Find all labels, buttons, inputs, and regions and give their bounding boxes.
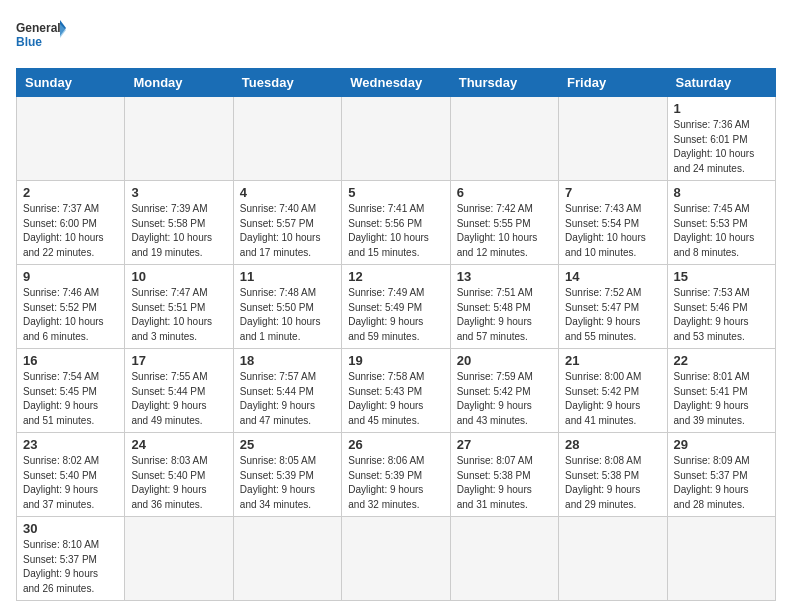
calendar-cell: 13Sunrise: 7:51 AM Sunset: 5:48 PM Dayli… — [450, 265, 558, 349]
day-number: 14 — [565, 269, 660, 284]
day-info: Sunrise: 7:47 AM Sunset: 5:51 PM Dayligh… — [131, 286, 226, 344]
calendar-cell: 2Sunrise: 7:37 AM Sunset: 6:00 PM Daylig… — [17, 181, 125, 265]
day-info: Sunrise: 7:40 AM Sunset: 5:57 PM Dayligh… — [240, 202, 335, 260]
calendar-cell: 28Sunrise: 8:08 AM Sunset: 5:38 PM Dayli… — [559, 433, 667, 517]
calendar-cell: 12Sunrise: 7:49 AM Sunset: 5:49 PM Dayli… — [342, 265, 450, 349]
svg-text:Blue: Blue — [16, 35, 42, 49]
day-number: 3 — [131, 185, 226, 200]
day-number: 20 — [457, 353, 552, 368]
day-info: Sunrise: 7:41 AM Sunset: 5:56 PM Dayligh… — [348, 202, 443, 260]
day-info: Sunrise: 7:55 AM Sunset: 5:44 PM Dayligh… — [131, 370, 226, 428]
calendar-cell: 7Sunrise: 7:43 AM Sunset: 5:54 PM Daylig… — [559, 181, 667, 265]
calendar-cell: 19Sunrise: 7:58 AM Sunset: 5:43 PM Dayli… — [342, 349, 450, 433]
calendar-week-6: 30Sunrise: 8:10 AM Sunset: 5:37 PM Dayli… — [17, 517, 776, 601]
calendar-cell — [233, 97, 341, 181]
calendar-cell: 27Sunrise: 8:07 AM Sunset: 5:38 PM Dayli… — [450, 433, 558, 517]
day-number: 11 — [240, 269, 335, 284]
header: General Blue — [16, 16, 776, 58]
calendar-week-1: 1Sunrise: 7:36 AM Sunset: 6:01 PM Daylig… — [17, 97, 776, 181]
day-number: 27 — [457, 437, 552, 452]
weekday-header-monday: Monday — [125, 69, 233, 97]
day-number: 9 — [23, 269, 118, 284]
weekday-header-row: SundayMondayTuesdayWednesdayThursdayFrid… — [17, 69, 776, 97]
day-number: 30 — [23, 521, 118, 536]
day-info: Sunrise: 7:53 AM Sunset: 5:46 PM Dayligh… — [674, 286, 769, 344]
day-info: Sunrise: 7:37 AM Sunset: 6:00 PM Dayligh… — [23, 202, 118, 260]
day-number: 6 — [457, 185, 552, 200]
calendar-cell: 15Sunrise: 7:53 AM Sunset: 5:46 PM Dayli… — [667, 265, 775, 349]
calendar-cell: 30Sunrise: 8:10 AM Sunset: 5:37 PM Dayli… — [17, 517, 125, 601]
calendar-cell: 18Sunrise: 7:57 AM Sunset: 5:44 PM Dayli… — [233, 349, 341, 433]
calendar-cell: 25Sunrise: 8:05 AM Sunset: 5:39 PM Dayli… — [233, 433, 341, 517]
calendar-week-4: 16Sunrise: 7:54 AM Sunset: 5:45 PM Dayli… — [17, 349, 776, 433]
day-info: Sunrise: 7:59 AM Sunset: 5:42 PM Dayligh… — [457, 370, 552, 428]
calendar-cell: 9Sunrise: 7:46 AM Sunset: 5:52 PM Daylig… — [17, 265, 125, 349]
day-number: 15 — [674, 269, 769, 284]
calendar-week-2: 2Sunrise: 7:37 AM Sunset: 6:00 PM Daylig… — [17, 181, 776, 265]
day-info: Sunrise: 8:07 AM Sunset: 5:38 PM Dayligh… — [457, 454, 552, 512]
weekday-header-wednesday: Wednesday — [342, 69, 450, 97]
day-info: Sunrise: 8:02 AM Sunset: 5:40 PM Dayligh… — [23, 454, 118, 512]
svg-text:General: General — [16, 21, 61, 35]
calendar-cell — [125, 517, 233, 601]
calendar-cell: 29Sunrise: 8:09 AM Sunset: 5:37 PM Dayli… — [667, 433, 775, 517]
day-info: Sunrise: 7:57 AM Sunset: 5:44 PM Dayligh… — [240, 370, 335, 428]
day-number: 1 — [674, 101, 769, 116]
day-number: 26 — [348, 437, 443, 452]
calendar-cell: 17Sunrise: 7:55 AM Sunset: 5:44 PM Dayli… — [125, 349, 233, 433]
day-number: 10 — [131, 269, 226, 284]
calendar-cell: 5Sunrise: 7:41 AM Sunset: 5:56 PM Daylig… — [342, 181, 450, 265]
day-info: Sunrise: 7:49 AM Sunset: 5:49 PM Dayligh… — [348, 286, 443, 344]
day-info: Sunrise: 7:52 AM Sunset: 5:47 PM Dayligh… — [565, 286, 660, 344]
day-number: 4 — [240, 185, 335, 200]
calendar-cell: 14Sunrise: 7:52 AM Sunset: 5:47 PM Dayli… — [559, 265, 667, 349]
day-number: 29 — [674, 437, 769, 452]
day-info: Sunrise: 7:54 AM Sunset: 5:45 PM Dayligh… — [23, 370, 118, 428]
calendar-cell — [559, 97, 667, 181]
calendar-cell: 4Sunrise: 7:40 AM Sunset: 5:57 PM Daylig… — [233, 181, 341, 265]
day-info: Sunrise: 8:06 AM Sunset: 5:39 PM Dayligh… — [348, 454, 443, 512]
calendar-cell: 26Sunrise: 8:06 AM Sunset: 5:39 PM Dayli… — [342, 433, 450, 517]
day-info: Sunrise: 7:45 AM Sunset: 5:53 PM Dayligh… — [674, 202, 769, 260]
day-number: 17 — [131, 353, 226, 368]
day-number: 12 — [348, 269, 443, 284]
day-number: 19 — [348, 353, 443, 368]
day-info: Sunrise: 8:10 AM Sunset: 5:37 PM Dayligh… — [23, 538, 118, 596]
weekday-header-saturday: Saturday — [667, 69, 775, 97]
day-number: 7 — [565, 185, 660, 200]
calendar-cell — [342, 517, 450, 601]
calendar-cell — [125, 97, 233, 181]
logo: General Blue — [16, 16, 66, 58]
day-info: Sunrise: 7:46 AM Sunset: 5:52 PM Dayligh… — [23, 286, 118, 344]
day-info: Sunrise: 8:08 AM Sunset: 5:38 PM Dayligh… — [565, 454, 660, 512]
calendar-cell: 11Sunrise: 7:48 AM Sunset: 5:50 PM Dayli… — [233, 265, 341, 349]
day-info: Sunrise: 8:00 AM Sunset: 5:42 PM Dayligh… — [565, 370, 660, 428]
weekday-header-sunday: Sunday — [17, 69, 125, 97]
calendar-cell: 1Sunrise: 7:36 AM Sunset: 6:01 PM Daylig… — [667, 97, 775, 181]
day-info: Sunrise: 7:48 AM Sunset: 5:50 PM Dayligh… — [240, 286, 335, 344]
day-number: 5 — [348, 185, 443, 200]
calendar-cell: 3Sunrise: 7:39 AM Sunset: 5:58 PM Daylig… — [125, 181, 233, 265]
day-number: 8 — [674, 185, 769, 200]
calendar-cell: 24Sunrise: 8:03 AM Sunset: 5:40 PM Dayli… — [125, 433, 233, 517]
day-number: 22 — [674, 353, 769, 368]
calendar-cell — [342, 97, 450, 181]
day-info: Sunrise: 7:51 AM Sunset: 5:48 PM Dayligh… — [457, 286, 552, 344]
day-info: Sunrise: 7:39 AM Sunset: 5:58 PM Dayligh… — [131, 202, 226, 260]
day-info: Sunrise: 7:58 AM Sunset: 5:43 PM Dayligh… — [348, 370, 443, 428]
calendar-cell — [450, 97, 558, 181]
day-number: 28 — [565, 437, 660, 452]
calendar-week-3: 9Sunrise: 7:46 AM Sunset: 5:52 PM Daylig… — [17, 265, 776, 349]
day-info: Sunrise: 7:36 AM Sunset: 6:01 PM Dayligh… — [674, 118, 769, 176]
weekday-header-friday: Friday — [559, 69, 667, 97]
calendar-cell: 16Sunrise: 7:54 AM Sunset: 5:45 PM Dayli… — [17, 349, 125, 433]
day-info: Sunrise: 8:03 AM Sunset: 5:40 PM Dayligh… — [131, 454, 226, 512]
day-info: Sunrise: 8:09 AM Sunset: 5:37 PM Dayligh… — [674, 454, 769, 512]
calendar-cell — [559, 517, 667, 601]
day-number: 21 — [565, 353, 660, 368]
day-number: 18 — [240, 353, 335, 368]
calendar-cell — [667, 517, 775, 601]
calendar-cell: 21Sunrise: 8:00 AM Sunset: 5:42 PM Dayli… — [559, 349, 667, 433]
day-number: 24 — [131, 437, 226, 452]
day-info: Sunrise: 7:42 AM Sunset: 5:55 PM Dayligh… — [457, 202, 552, 260]
